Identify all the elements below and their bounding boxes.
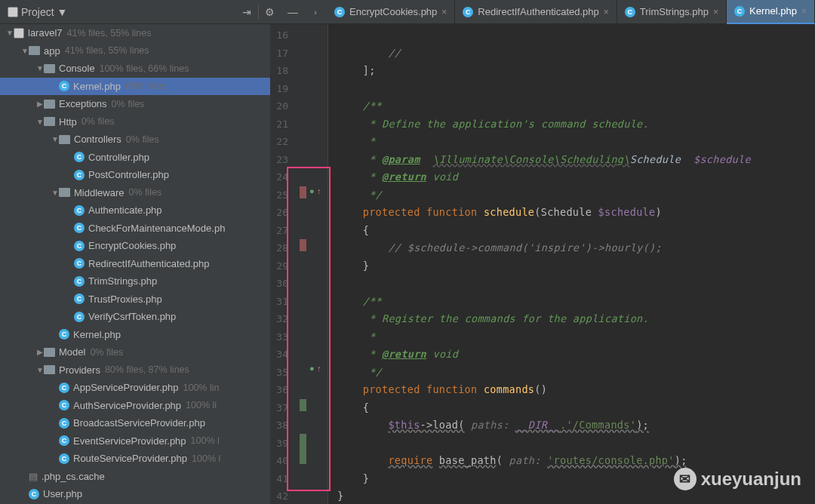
tree-node[interactable]: CKernel.php (0, 326, 270, 344)
folder-icon (44, 100, 55, 109)
folder-icon (44, 348, 55, 357)
php-file-icon: C (463, 7, 473, 17)
tree-node[interactable]: CAppServiceProvider.php100% lin (0, 379, 270, 397)
php-file-icon: C (74, 205, 85, 216)
tree-node[interactable]: CAuthenticate.php (0, 201, 270, 220)
php-file-icon: C (74, 223, 85, 233)
php-file-icon: C (74, 241, 85, 251)
chevron-down-icon: ▼ (57, 6, 68, 18)
close-icon[interactable]: × (713, 7, 718, 17)
php-file-icon: C (29, 489, 39, 499)
tree-node[interactable]: ▤.php_cs.cache (0, 468, 270, 486)
wechat-icon: ✉ (674, 468, 697, 490)
gear-icon[interactable]: ⚙ (263, 5, 277, 19)
editor-tab[interactable]: CRedirectIfAuthenticated.php× (455, 0, 617, 24)
folder-icon (44, 117, 55, 126)
folder-icon (29, 46, 40, 55)
tree-node[interactable]: CRouteServiceProvider.php100% l (0, 450, 270, 468)
chevron-icon[interactable]: ▶ (36, 100, 44, 108)
chevron-icon[interactable]: ▼ (36, 118, 44, 126)
php-file-icon: C (59, 383, 69, 393)
tree-node[interactable]: ▼Providers80% files, 87% lines (0, 361, 270, 380)
folder-icon (44, 64, 55, 73)
project-selector[interactable]: Project ▼ (0, 6, 75, 18)
php-file-icon: C (59, 435, 69, 446)
highlight-box (287, 167, 331, 491)
text-file-icon: ▤ (29, 471, 38, 482)
php-file-icon: C (74, 276, 85, 287)
folder-icon (59, 135, 70, 144)
chevron-icon[interactable]: ▼ (36, 366, 44, 374)
collapse-icon[interactable]: ⇥ (240, 5, 254, 19)
tree-node[interactable]: CPostController.php (0, 166, 270, 184)
php-file-icon: C (59, 81, 69, 91)
php-file-icon: C (74, 293, 85, 304)
tree-node[interactable]: CRedirectIfAuthenticated.php (0, 255, 270, 273)
code-content[interactable]: // ]; /** * Define the application's com… (328, 24, 815, 504)
editor-tabs: CEncryptCookies.php×CRedirectIfAuthentic… (327, 0, 815, 24)
project-icon (14, 28, 24, 38)
close-icon[interactable]: × (604, 7, 609, 17)
php-file-icon: C (74, 312, 85, 322)
folder-icon (44, 365, 55, 374)
tree-node[interactable]: CController.php (0, 149, 270, 167)
folder-icon (59, 188, 70, 197)
tree-node[interactable]: ▼Controllers0% files (0, 131, 270, 149)
chevron-icon[interactable]: ▼ (36, 64, 44, 72)
watermark: ✉ xueyuanjun (674, 468, 801, 490)
chevron-icon[interactable]: ▼ (51, 135, 59, 143)
tree-node[interactable]: ▼app41% files, 55% lines (0, 42, 270, 60)
php-file-icon: C (734, 6, 745, 17)
tree-node[interactable]: CUser.php (0, 485, 270, 503)
tree-node[interactable]: CVerifyCsrfToken.php (0, 308, 270, 326)
tree-node[interactable]: ▶Model0% files (0, 343, 270, 361)
tree-node[interactable]: CCheckForMaintenanceMode.ph (0, 220, 270, 238)
chevron-icon[interactable]: ▼ (6, 29, 14, 37)
php-file-icon: C (74, 170, 85, 180)
chevron-icon[interactable]: ▼ (21, 47, 29, 55)
tree-node[interactable]: CTrimStrings.php (0, 272, 270, 290)
php-file-icon: C (59, 329, 69, 340)
close-icon[interactable]: × (801, 6, 807, 17)
gutter-marks: ● ↑ ● ↑ (294, 24, 328, 504)
tree-node[interactable]: ▼laravel741% files, 55% lines (0, 24, 270, 42)
project-label: Project (21, 6, 54, 18)
main-toolbar: Project ▼ ⇥ ⚙ — › CEncryptCookies.php×CR… (0, 0, 815, 24)
php-file-icon: C (74, 258, 85, 269)
tree-node[interactable]: CBroadcastServiceProvider.php (0, 414, 270, 432)
php-file-icon: C (334, 7, 345, 17)
tree-node[interactable]: ▼Middleware0% files (0, 184, 270, 202)
code-editor: 1617181920212223242526272829303132333435… (270, 24, 815, 504)
tree-node[interactable]: CTrustProxies.php (0, 290, 270, 309)
tree-node[interactable]: CEventServiceProvider.php100% l (0, 432, 270, 450)
php-file-icon: C (59, 453, 69, 464)
editor-tab[interactable]: CKernel.php× (727, 0, 815, 24)
php-file-icon: C (74, 152, 85, 162)
arrows-left-icon[interactable]: › (309, 5, 322, 19)
tree-node[interactable]: ▶Exceptions0% files (0, 95, 270, 113)
tree-node[interactable]: ▼Http0% files (0, 113, 270, 131)
close-icon[interactable]: × (441, 7, 447, 17)
chevron-icon[interactable]: ▼ (51, 189, 59, 197)
php-file-icon: C (625, 7, 635, 17)
chevron-icon[interactable]: ▶ (36, 348, 44, 356)
php-file-icon: C (59, 400, 69, 410)
tree-node[interactable]: CAuthServiceProvider.php100% li (0, 397, 270, 415)
minimize-icon[interactable]: — (286, 5, 300, 19)
project-icon (8, 7, 18, 17)
editor-tab[interactable]: CEncryptCookies.php× (327, 0, 455, 24)
tree-node[interactable]: ▼Console100% files, 66% lines (0, 60, 270, 78)
tree-node[interactable]: CKernel.php66% lines (0, 78, 270, 96)
project-sidebar: ▼laravel741% files, 55% lines▼app41% fil… (0, 24, 270, 504)
php-file-icon: C (59, 418, 69, 429)
tree-node[interactable]: CEncryptCookies.php (0, 237, 270, 255)
editor-tab[interactable]: CTrimStrings.php× (617, 0, 727, 24)
